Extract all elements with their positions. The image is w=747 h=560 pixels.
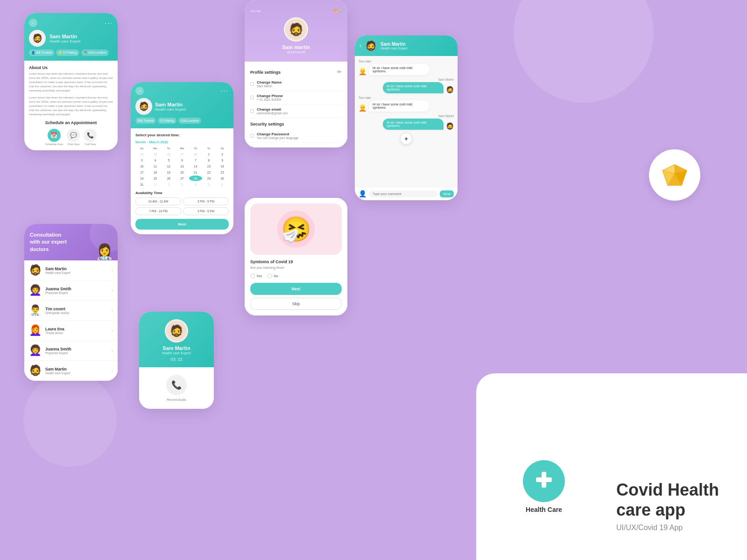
change-email-item[interactable]: Change email sammartin@gmail.com — [250, 105, 342, 118]
cal-day[interactable]: 28 — [189, 151, 202, 157]
chat-input[interactable] — [369, 190, 437, 197]
send-button[interactable]: Send — [440, 190, 454, 197]
settings-dot — [250, 96, 254, 99]
back-button[interactable]: ‹ — [135, 87, 144, 95]
cal-day[interactable]: 8 — [203, 157, 216, 163]
cal-day[interactable]: 2 — [162, 182, 175, 187]
cal-day[interactable]: 16 — [216, 163, 229, 169]
back-button[interactable]: ‹ — [359, 42, 361, 49]
cal-day[interactable]: 4 — [189, 182, 202, 187]
security-settings-title: Security settings — [250, 122, 342, 126]
cal-day[interactable]: 26 — [162, 175, 175, 181]
chat-message: Tom rider 👱 Hi sir i have some cold mild… — [359, 60, 454, 75]
back-button[interactable]: ‹ — [29, 19, 37, 27]
cal-day[interactable]: 25 — [149, 175, 162, 181]
doctor-name: Laura tina — [45, 327, 108, 331]
cal-day[interactable]: 9 — [216, 157, 229, 163]
cal-day[interactable]: 2 — [216, 151, 229, 157]
chat-now-btn[interactable]: 💬 Chat Now — [67, 129, 80, 146]
profile-handle: @narnosoft — [250, 50, 342, 54]
cal-day[interactable]: 3 — [176, 182, 189, 187]
time-slot[interactable]: 3 PM - 5 PM — [183, 197, 229, 205]
cal-day-today[interactable]: 28 — [189, 175, 202, 181]
settings-dot — [250, 134, 254, 138]
cal-day[interactable]: 1 — [149, 182, 162, 187]
doctor-row[interactable]: 👩‍🦱 Juanna Smith Physician Expert › — [24, 341, 118, 361]
cal-day[interactable]: 26 — [162, 151, 175, 157]
cal-day[interactable]: 31 — [135, 182, 148, 187]
cal-day[interactable]: 13 — [176, 163, 189, 169]
cal-day[interactable]: 17 — [135, 169, 148, 175]
cal-day[interactable]: 24 — [135, 151, 148, 157]
cal-day[interactable]: 22 — [203, 169, 216, 175]
call-now-btn[interactable]: 📞 Call Now — [84, 129, 97, 146]
chevron-right-icon: › — [112, 348, 113, 353]
menu-dots[interactable]: ··· — [105, 19, 113, 27]
change-name-label: Change Name — [257, 80, 282, 84]
time-slot[interactable]: 7 PM - 10 PM — [135, 207, 181, 215]
branding-area: Covid Healthcare app UI/UX/Covid 19 App — [616, 480, 719, 532]
doctor-name: Tim covert — [45, 307, 108, 311]
time-slot[interactable]: 10 AM - 12 AM — [135, 197, 181, 205]
change-password-item[interactable]: Change Password You can change your lang… — [250, 129, 342, 143]
radio-yes[interactable]: Yes — [250, 273, 262, 278]
cal-day[interactable]: 11 — [149, 163, 162, 169]
cal-day[interactable]: 6 — [216, 182, 229, 187]
cal-day[interactable]: 27 — [176, 175, 189, 181]
cal-day[interactable]: 19 — [162, 169, 175, 175]
change-phone-item[interactable]: Change Phone + 91 3322 443355 — [250, 91, 342, 105]
next-button[interactable]: Next — [250, 283, 342, 295]
edit-icon[interactable]: ✏ — [337, 69, 342, 75]
cal-day[interactable]: 24 — [135, 175, 148, 181]
change-name-value: Sam Martin — [257, 84, 282, 88]
doctor-row[interactable]: 👩‍🦱 Juanna Smith Physician Expert › — [24, 280, 118, 301]
next-button[interactable]: Next — [135, 219, 229, 230]
fab-add-button[interactable]: + — [400, 133, 412, 145]
cal-day[interactable]: 30 — [216, 175, 229, 181]
schedule-now-btn[interactable]: 📅 Schedule Now — [45, 129, 63, 146]
doctor-avatar: 👩‍🦱 — [29, 344, 42, 357]
cal-day[interactable]: 18 — [149, 169, 162, 175]
time-slot[interactable]: 3 PM - 5 PM — [183, 207, 229, 215]
cal-day[interactable]: 5 — [162, 157, 175, 163]
health-icon-svg — [532, 468, 556, 491]
cal-day[interactable]: 21 — [189, 169, 202, 175]
doctor-row[interactable]: 👩‍🦰 Laura tina Throid doctor › — [24, 321, 118, 341]
doctor-row[interactable]: 🧔 Sam Martin Health care Expert › — [24, 260, 118, 280]
cal-day[interactable]: 12 — [162, 163, 175, 169]
cal-day[interactable]: 10 — [135, 163, 148, 169]
record-label: Record Audio — [144, 398, 209, 401]
sender-name: Sam Martin — [359, 78, 454, 81]
menu-dots[interactable]: ··· — [220, 87, 229, 95]
message-bubble: Hi sir i have some cold mild symtoms — [369, 64, 430, 75]
radio-row: Yes No — [250, 273, 342, 278]
cal-day[interactable]: 5 — [203, 182, 216, 187]
cal-day[interactable]: 29 — [203, 175, 216, 181]
cal-day[interactable]: 3 — [135, 157, 148, 163]
cal-day[interactable]: 14 — [189, 163, 202, 169]
change-email-value: sammartin@gmail.com — [257, 112, 288, 115]
cal-day[interactable]: 1 — [203, 151, 216, 157]
input-avatar: 👤 — [359, 190, 366, 197]
cal-day[interactable]: 15 — [203, 163, 216, 169]
symptom-illustration: 🤧 — [250, 203, 342, 255]
card1-header: ‹ ··· 🧔 Sam Martin Health care Expert 👤 … — [24, 13, 118, 61]
cal-day[interactable]: 20 — [176, 169, 189, 175]
cal-day[interactable]: 25 — [149, 151, 162, 157]
radio-no[interactable]: No — [268, 273, 278, 278]
cal-day[interactable]: 6 — [176, 157, 189, 163]
change-name-item[interactable]: Change Name Sam Martin — [250, 77, 342, 91]
sender-avatar: 👱 — [359, 68, 366, 75]
availability-title: Availaility Time — [135, 191, 229, 195]
doctor-row[interactable]: 👨‍⚕️ Tim covert Orthopedic doctor › — [24, 301, 118, 321]
doctor-avatar: 👨‍⚕️ — [29, 304, 42, 316]
cal-day[interactable]: 27 — [176, 151, 189, 157]
skip-button[interactable]: Skip — [250, 298, 342, 310]
cal-day[interactable]: 4 — [149, 157, 162, 163]
cal-day[interactable]: 23 — [216, 169, 229, 175]
doctor-row[interactable]: 🧔 Sam Martin Health care Expert › — [24, 361, 118, 381]
doctor-role: Physician Expert — [45, 351, 108, 355]
call-phone-icon[interactable]: 📞 — [166, 375, 187, 395]
chat-user-name: Sam Martin — [381, 42, 408, 47]
cal-day[interactable]: 7 — [189, 157, 202, 163]
